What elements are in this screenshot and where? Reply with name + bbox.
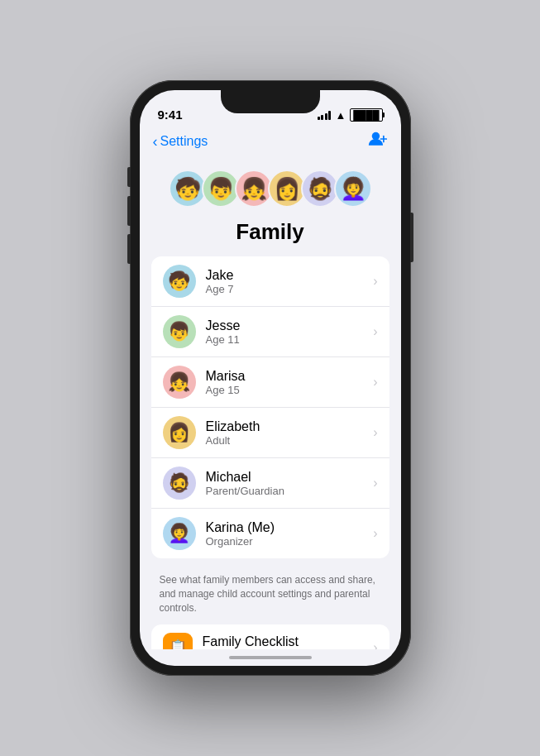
home-indicator [140,649,401,666]
volume-up-button [127,196,131,226]
chevron-left-icon: ‹ [153,133,158,151]
avatar-jesse-list: 👦 [163,315,196,348]
status-time: 9:41 [158,108,183,122]
family-members-list: 🧒 Jake Age 7 › 👦 Jesse Age 11 › [151,256,389,558]
avatar-marisa-list: 👧 [163,366,196,399]
content-area: 🧒 👦 👧 👩 🧔 👩‍🦱 Family 🧒 Jake Age 7 › [140,160,401,649]
avatar-karina-list: 👩‍🦱 [163,517,196,550]
chevron-right-icon: › [373,425,377,440]
jake-name: Jake [206,267,374,283]
phone-screen: 9:41 ▲ ████ ‹ Settings [140,90,401,666]
wifi-icon: ▲ [335,109,346,122]
avatar-jake: 🧒 [169,170,207,208]
jesse-subtitle: Age 11 [206,333,374,347]
family-member-karina[interactable]: 👩‍🦱 Karina (Me) Organizer › [151,509,389,558]
chevron-right-icon: › [373,375,377,390]
family-member-elizabeth[interactable]: 👩 Elizabeth Adult › [151,408,389,458]
power-button [410,213,413,262]
family-checklist-section: 📋 Family Checklist All set › [151,624,389,649]
avatar-elizabeth: 👩 [268,170,306,208]
silent-switch [127,167,131,187]
jesse-name: Jesse [206,318,374,333]
family-member-jake[interactable]: 🧒 Jake Age 7 › [151,256,389,307]
nav-bar: ‹ Settings [140,127,401,160]
avatar-group: 🧒 👦 👧 👩 🧔 👩‍🦱 [140,160,401,214]
elizabeth-text: Elizabeth Adult [206,419,374,447]
checklist-icon-badge: 📋 [163,633,193,649]
jake-subtitle: Age 7 [206,283,374,296]
back-label: Settings [160,134,208,149]
phone-frame: 9:41 ▲ ████ ‹ Settings [130,80,411,676]
battery-icon: ████ [350,108,382,122]
chevron-right-icon: › [373,274,377,289]
chevron-right-icon: › [373,526,377,541]
avatar-michael: 🧔 [301,170,339,208]
karina-subtitle: Organizer [206,535,374,548]
add-family-button[interactable] [368,130,388,153]
cellular-signal-icon [318,111,332,120]
back-button[interactable]: ‹ Settings [153,133,208,151]
status-icons: ▲ ████ [318,108,383,122]
page-title: Family [140,214,401,256]
family-member-marisa[interactable]: 👧 Marisa Age 15 › [151,357,389,408]
avatar-karina: 👩‍🦱 [334,170,372,208]
avatar-jesse: 👦 [202,170,240,208]
family-member-jesse[interactable]: 👦 Jesse Age 11 › [151,307,389,357]
volume-down-button [127,234,131,264]
avatar-michael-list: 🧔 [163,467,196,500]
avatar-marisa: 👧 [235,170,273,208]
family-description: See what family members can access and s… [140,567,401,624]
notch [221,90,320,113]
family-member-michael[interactable]: 🧔 Michael Parent/Guardian › [151,458,389,509]
family-checklist-item[interactable]: 📋 Family Checklist All set › [151,624,389,649]
checklist-name: Family Checklist [203,634,374,649]
svg-point-0 [371,132,379,140]
marisa-text: Marisa Age 15 [206,368,374,397]
chevron-right-icon: › [373,476,377,490]
michael-name: Michael [206,469,374,485]
michael-text: Michael Parent/Guardian [206,469,374,498]
michael-subtitle: Parent/Guardian [206,485,374,498]
marisa-subtitle: Age 15 [206,384,374,397]
avatar-jake-list: 🧒 [163,265,196,298]
home-bar [229,656,312,659]
checklist-text: Family Checklist All set [203,634,374,649]
karina-name: Karina (Me) [206,519,374,535]
elizabeth-name: Elizabeth [206,419,374,434]
elizabeth-subtitle: Adult [206,434,374,447]
karina-text: Karina (Me) Organizer [206,519,374,548]
jesse-text: Jesse Age 11 [206,318,374,347]
chevron-right-icon: › [373,324,377,339]
jake-text: Jake Age 7 [206,267,374,296]
chevron-right-icon: › [373,640,377,649]
add-person-icon [368,130,388,148]
marisa-name: Marisa [206,368,374,384]
avatar-elizabeth-list: 👩 [163,416,196,449]
